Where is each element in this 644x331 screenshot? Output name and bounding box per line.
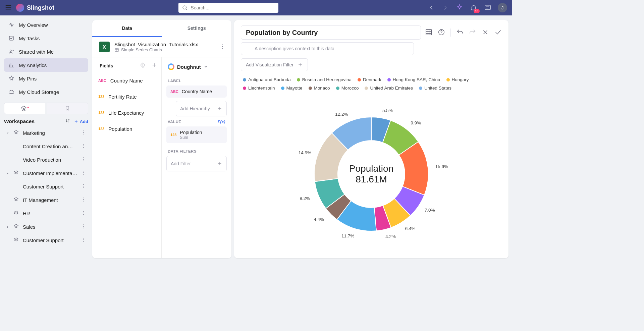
123-icon: 123 [98, 95, 104, 99]
workspace-item[interactable]: IT Management [4, 193, 88, 207]
add-filter-button[interactable]: Add Filter [166, 156, 227, 171]
workspace-sub-item[interactable]: Content Creation an… [4, 140, 88, 153]
workspace-sub-item[interactable]: Video Production [4, 153, 88, 166]
search-field[interactable] [191, 5, 275, 10]
overview-icon [8, 22, 15, 28]
search-input[interactable] [178, 3, 278, 13]
fx-button[interactable]: F(x) [218, 120, 225, 124]
legend-item[interactable]: Denmark [358, 77, 381, 82]
nav-back-icon[interactable] [427, 4, 435, 12]
app-header: Slingshot 13 J [0, 0, 512, 15]
legend-item[interactable]: Morocco [336, 86, 359, 91]
svg-rect-35 [426, 29, 432, 35]
avatar[interactable]: J [498, 3, 507, 12]
label-chip[interactable]: ABC Country Name [166, 86, 227, 98]
sidebar-view-toggle: • [4, 103, 88, 114]
layers-toggle[interactable]: • [4, 103, 45, 114]
grid-icon[interactable] [425, 29, 432, 37]
label-section-header: LABEL [168, 79, 225, 83]
nav-item-pins[interactable]: My Pins [4, 72, 88, 85]
brain-icon[interactable] [140, 62, 146, 69]
nav-item-tasks[interactable]: My Tasks [4, 32, 88, 45]
cloud-icon [8, 89, 15, 95]
workspace-item[interactable]: Customer Support [4, 233, 88, 247]
bookmark-toggle[interactable] [47, 103, 88, 114]
brand[interactable]: Slingshot [16, 4, 54, 12]
viz-title-input[interactable]: Population by Country [241, 25, 421, 40]
search-icon [182, 5, 188, 11]
legend-item[interactable]: Monaco [309, 86, 330, 91]
tab-data[interactable]: Data [92, 20, 162, 37]
nav-forward-icon[interactable] [441, 4, 449, 12]
sparkle-icon[interactable] [455, 4, 464, 12]
workspace-menu-icon[interactable] [81, 130, 86, 136]
field-item[interactable]: 123Population [92, 121, 161, 137]
workspace-item[interactable]: HR [4, 207, 88, 220]
sort-icon[interactable] [65, 118, 70, 125]
field-item[interactable]: 123Life Expectancy [92, 105, 161, 121]
svg-point-4 [83, 130, 84, 131]
legend-swatch [446, 78, 450, 81]
svg-point-6 [83, 133, 84, 134]
svg-rect-1 [485, 5, 491, 10]
nav-item-cloud[interactable]: My Cloud Storage [4, 85, 88, 99]
close-icon[interactable] [482, 29, 489, 37]
undo-icon[interactable] [456, 29, 464, 37]
add-workspace-button[interactable]: Add [74, 119, 88, 124]
workspace-menu-icon[interactable] [81, 237, 86, 243]
workspace-menu-icon[interactable] [81, 170, 86, 176]
workspace-menu-icon[interactable] [81, 197, 86, 203]
hamburger-icon[interactable] [5, 4, 12, 12]
chart-type-selector[interactable]: Doughnut [166, 61, 227, 75]
redo-icon[interactable] [469, 29, 476, 37]
workspace-menu-icon[interactable] [81, 143, 86, 150]
slice-label: 5.5% [382, 108, 393, 113]
tab-settings[interactable]: Settings [162, 20, 232, 37]
field-item[interactable]: 123Fertility Rate [92, 89, 161, 105]
legend-item[interactable]: United States [419, 86, 451, 91]
add-viz-filter-button[interactable]: Add Visualization Filter [241, 58, 308, 71]
value-chip[interactable]: 123 Population Sum [166, 126, 227, 143]
legend-item[interactable]: Hong Kong SAR, China [387, 77, 440, 82]
legend-swatch [387, 78, 391, 81]
slice-label: 7.0% [425, 208, 435, 213]
legend-swatch [419, 87, 422, 90]
svg-point-14 [83, 172, 84, 173]
workspace-item[interactable]: Sales [4, 220, 88, 233]
workspace-menu-icon[interactable] [81, 183, 86, 190]
legend-item[interactable]: United Arab Emirates [365, 86, 413, 91]
nav-item-shared[interactable]: Shared with Me [4, 45, 88, 58]
legend-swatch [243, 87, 246, 90]
workspace-item[interactable]: Marketing [4, 126, 88, 140]
svg-point-11 [83, 159, 84, 160]
add-field-icon[interactable] [151, 62, 157, 69]
svg-point-12 [83, 160, 84, 161]
notifications-icon[interactable]: 13 [470, 4, 478, 12]
confirm-icon[interactable] [494, 29, 502, 37]
chat-icon[interactable] [484, 4, 492, 12]
nav-item-analytics[interactable]: My Analytics [4, 58, 88, 72]
workspace-sub-item[interactable]: Customer Support [4, 180, 88, 193]
file-menu-icon[interactable] [219, 44, 225, 51]
viz-description-input[interactable]: A description gives context to this data [241, 42, 414, 55]
workspace-menu-icon[interactable] [81, 157, 86, 163]
field-item[interactable]: ABCCountry Name [92, 72, 161, 89]
svg-point-25 [83, 224, 84, 225]
workspace-menu-icon[interactable] [81, 224, 86, 230]
workspace-menu-icon[interactable] [81, 210, 86, 217]
legend-item[interactable]: Liechtenstein [243, 86, 275, 91]
legend-item[interactable]: Hungary [446, 77, 469, 82]
help-icon[interactable] [438, 29, 445, 37]
123-icon: 123 [98, 111, 104, 115]
svg-point-5 [83, 132, 84, 133]
add-hierarchy-button[interactable]: Add Hierarchy [176, 101, 227, 116]
nav-item-overview[interactable]: My Overview [4, 18, 88, 32]
legend-item[interactable]: Bosnia and Herzegovina [297, 77, 352, 82]
layers-icon [13, 210, 19, 217]
workspace-item[interactable]: Customer Implementa… [4, 166, 88, 180]
legend-swatch [336, 87, 339, 90]
slice-label: 8.2% [300, 196, 310, 201]
legend-item[interactable]: Antigua and Barbuda [243, 77, 291, 82]
legend-item[interactable]: Mayotte [281, 86, 303, 91]
data-panel: Data Settings X Slingshot_Visualization_… [92, 20, 231, 258]
